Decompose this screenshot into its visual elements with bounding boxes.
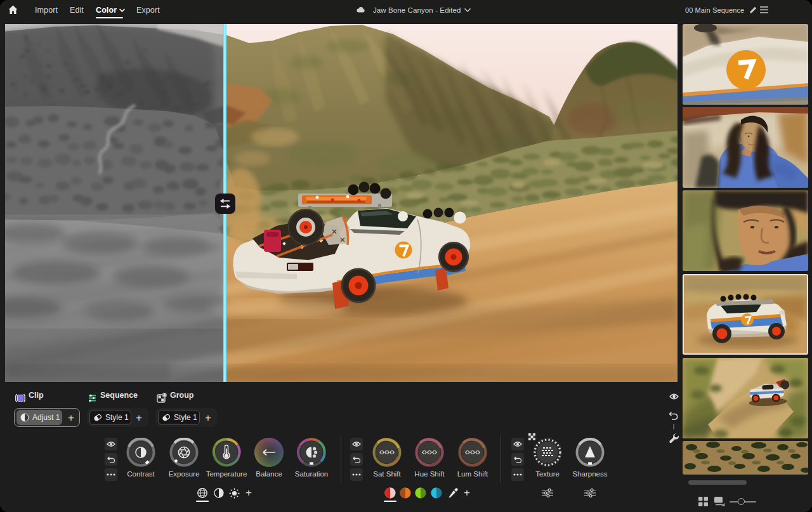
- svg-text:4: 4: [163, 393, 166, 397]
